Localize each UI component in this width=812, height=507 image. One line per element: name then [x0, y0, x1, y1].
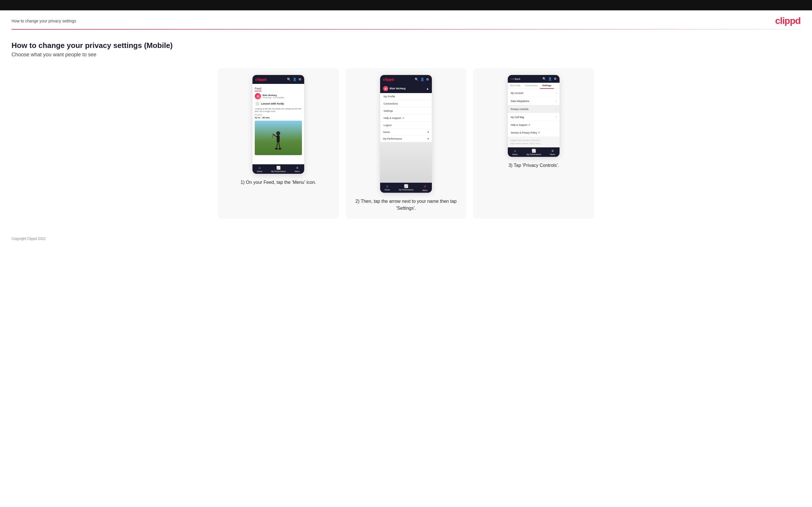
- my-account-label: My Account: [511, 92, 523, 95]
- lesson-header: 📋 Lesson with Fordy: [255, 101, 302, 106]
- row-my-account[interactable]: My Account ›: [508, 89, 560, 97]
- dropdown-chevron-icon[interactable]: ▲: [426, 87, 429, 90]
- data-integrations-chevron: ›: [556, 99, 557, 103]
- main-content: How to change your privacy settings (Mob…: [0, 30, 812, 224]
- menu-my-profile[interactable]: My Profile: [380, 93, 432, 100]
- user-icon: 👤: [293, 77, 297, 81]
- close-label: Menu: [422, 189, 427, 191]
- nav2-close[interactable]: ✕ Menu: [422, 184, 427, 191]
- page-heading: How to change your privacy settings (Mob…: [11, 41, 801, 50]
- phone-1-icons: 🔍 👤 ⚙: [287, 77, 301, 81]
- phone-1-body: Feed B Blair McHarg Yesterday · Sunningd…: [252, 84, 304, 164]
- menu-icon-3: ≡: [552, 149, 554, 153]
- logo: clippd: [775, 15, 801, 26]
- row-my-golf-bag[interactable]: My Golf Bag ›: [508, 113, 560, 121]
- privacy-controls-label: Privacy Controls: [511, 108, 528, 111]
- phone-2-bottom-nav: ⌂ Home 📈 My Performance ✕ Menu: [380, 183, 432, 193]
- privacy-controls-chevron: ›: [556, 107, 557, 111]
- phone-1-nav: clippd 🔍 👤 ⚙: [252, 75, 304, 84]
- performance-label-2: My Performance: [399, 189, 413, 191]
- home-label: Home: [257, 170, 262, 172]
- data-integrations-label: Data Integrations: [511, 100, 529, 103]
- phone-2-nav: clippd 🔍 👤 ⚙: [380, 75, 432, 84]
- svg-line-2: [273, 134, 277, 137]
- nav2-performance: 📈 My Performance: [399, 184, 413, 191]
- duration-label: Duration: [255, 114, 302, 116]
- dropdown-user: B Blair McHarg: [383, 86, 406, 91]
- nav-menu[interactable]: ≡ Menu: [295, 166, 300, 172]
- svg-line-3: [272, 134, 273, 138]
- version-info: Clippd Client Version: 2022.8.3-3 SQL Se…: [508, 137, 560, 147]
- svg-point-0: [276, 131, 281, 135]
- nav2-home: ⌂ Home: [385, 184, 390, 191]
- row-data-integrations[interactable]: Data Integrations ›: [508, 97, 560, 105]
- tab-settings[interactable]: Settings: [540, 83, 554, 89]
- settings-icon-3: ⚙: [554, 77, 557, 81]
- phone-mockup-2: clippd 🔍 👤 ⚙ B Blair McHarg ▲: [380, 75, 432, 193]
- phone-2-logo: clippd: [383, 77, 394, 81]
- row-privacy-controls[interactable]: Privacy Controls ›: [508, 105, 560, 113]
- section-home-chevron: ▾: [427, 131, 429, 133]
- my-account-chevron: ›: [556, 91, 557, 95]
- version-1: Clippd Client Version: 2022.8.3-3: [511, 139, 557, 142]
- lesson-desc: Looking to feel like my hands are exitin…: [255, 107, 302, 113]
- dropdown-user-header: B Blair McHarg ▲: [380, 84, 432, 93]
- header: How to change your privacy settings clip…: [0, 10, 812, 29]
- header-title: How to change your privacy settings: [11, 19, 76, 23]
- footer: Copyright Clippd 2022: [0, 230, 812, 249]
- my-golf-bag-label: My Golf Bag: [511, 116, 524, 119]
- menu-settings[interactable]: Settings: [380, 107, 432, 115]
- menu-label-3: Menu: [550, 153, 555, 155]
- svg-line-5: [279, 143, 280, 149]
- lesson-title: Lesson with Fordy: [261, 102, 284, 105]
- service-privacy-label: Service & Privacy Policy ↗: [511, 131, 540, 134]
- feed-user-info: Blair McHarg Yesterday · Sunningdale: [262, 94, 285, 99]
- dropdown-menu: My Profile Connections Settings Help & S…: [380, 93, 432, 143]
- top-bar: [0, 0, 812, 10]
- step-2-label: 2) Then, tap the arrow next to your name…: [353, 198, 459, 212]
- section-home-label: Home: [383, 131, 390, 133]
- nav3-performance: 📈 My Performance: [526, 149, 541, 155]
- feed-post-header: B Blair McHarg Yesterday · Sunningdale: [255, 93, 302, 99]
- row-help-support[interactable]: Help & Support ↗: [508, 121, 560, 129]
- performance-label-3: My Performance: [526, 153, 541, 155]
- phone-3-icons: 🔍 👤 ⚙: [542, 77, 557, 81]
- settings-tabs: My Profile Connections Settings: [508, 83, 560, 89]
- section-performance-chevron: ▾: [427, 137, 429, 140]
- lesson-icon: 📋: [255, 101, 260, 106]
- settings-list: My Account › Data Integrations › Privacy…: [508, 89, 560, 147]
- back-button[interactable]: ‹ < Back: [511, 77, 520, 80]
- search-icon-2: 🔍: [415, 77, 419, 81]
- help-support-label: Help & Support ↗: [511, 123, 530, 126]
- user-icon-2: 👤: [420, 77, 424, 81]
- tab-my-profile[interactable]: My Profile: [508, 83, 523, 89]
- feed-tab: Feed: [255, 87, 261, 91]
- nav3-menu[interactable]: ≡ Menu: [550, 149, 555, 155]
- nav-home: ⌂ Home: [257, 166, 262, 172]
- page-subheading: Choose what you want people to see: [11, 52, 801, 58]
- nav3-home: ⌂ Home: [512, 149, 517, 155]
- menu-logout[interactable]: Logout: [380, 122, 432, 129]
- user-icon-3: 👤: [548, 77, 552, 81]
- row-service-privacy[interactable]: Service & Privacy Policy ↗: [508, 129, 560, 136]
- menu-help-support[interactable]: Help & Support ↗: [380, 115, 432, 122]
- phone-2-icons: 🔍 👤 ⚙: [415, 77, 429, 81]
- tab-connections[interactable]: Connections: [523, 83, 540, 89]
- search-icon: 🔍: [287, 77, 291, 81]
- phone-3-bottom-nav: ⌂ Home 📈 My Performance ≡ Menu: [508, 147, 560, 157]
- copyright: Copyright Clippd 2022: [11, 237, 46, 241]
- back-chevron-icon: ‹: [511, 77, 511, 80]
- home-icon-2: ⌂: [386, 184, 388, 188]
- avatar-1: B: [255, 93, 261, 99]
- section-performance-label: My Performance: [383, 137, 402, 140]
- feed-user-name: Blair McHarg: [262, 94, 285, 97]
- avatar-2: B: [383, 86, 388, 91]
- settings-icon-2: ⚙: [426, 77, 429, 81]
- performance-icon: 📈: [276, 166, 281, 170]
- dropdown-user-name: Blair McHarg: [390, 87, 406, 90]
- settings-nav: ‹ < Back 🔍 👤 ⚙: [508, 75, 560, 83]
- phone-1-logo: clippd: [255, 77, 266, 81]
- menu-connections[interactable]: Connections: [380, 100, 432, 107]
- step-1-card: clippd 🔍 👤 ⚙ Feed B Blair McHarg Yester: [218, 68, 339, 219]
- step-3-card: ‹ < Back 🔍 👤 ⚙ My Profile Connections Se…: [473, 68, 594, 219]
